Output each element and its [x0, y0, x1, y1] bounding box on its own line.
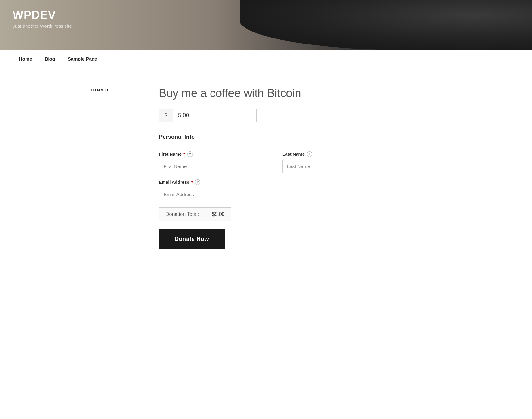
donation-total-amount: $5.00 [205, 207, 231, 221]
nav-link-home[interactable]: Home [13, 50, 38, 67]
first-name-required-star: * [183, 152, 185, 157]
personal-info-heading: Personal Info [159, 134, 398, 145]
donation-total-label: Donation Total: [159, 207, 205, 221]
currency-symbol: $ [159, 109, 173, 122]
email-input[interactable] [159, 188, 398, 201]
donation-total-row: Donation Total: $5.00 [159, 207, 231, 221]
last-name-label-text: Last Name [282, 152, 305, 157]
first-name-help-icon[interactable]: ? [187, 151, 193, 157]
donate-form-main: Buy me a coffee with Bitcoin $ Personal … [159, 86, 398, 249]
last-name-help-icon[interactable]: ? [307, 151, 312, 157]
site-tagline: Just another WordPress site [13, 23, 72, 29]
email-label: Email Address * ? [159, 179, 398, 185]
page-content: DONATE Buy me a coffee with Bitcoin $ Pe… [77, 67, 455, 275]
sidebar: DONATE [90, 86, 134, 249]
first-name-label-text: First Name [159, 152, 182, 157]
last-name-input[interactable] [282, 160, 398, 173]
amount-row: $ [159, 109, 241, 122]
nav-item-sample-page[interactable]: Sample Page [61, 50, 103, 67]
donate-now-button[interactable]: Donate Now [159, 229, 225, 249]
last-name-group: Last Name ? [282, 151, 398, 173]
donate-now-label: Donate Now [175, 236, 209, 242]
site-branding: WPDEV Just another WordPress site [13, 9, 72, 29]
donate-title: Buy me a coffee with Bitcoin [159, 86, 398, 100]
nav-link-blog[interactable]: Blog [38, 50, 61, 67]
first-name-group: First Name * ? [159, 151, 275, 173]
email-required-star: * [191, 180, 193, 185]
nav-item-blog[interactable]: Blog [38, 50, 61, 67]
first-name-label: First Name * ? [159, 151, 275, 157]
site-title: WPDEV [13, 9, 72, 21]
last-name-label: Last Name ? [282, 151, 398, 157]
sidebar-donate-label: DONATE [90, 86, 134, 92]
amount-input[interactable] [173, 109, 257, 122]
email-row: Email Address * ? [159, 179, 398, 201]
email-label-text: Email Address [159, 180, 189, 185]
nav-item-home[interactable]: Home [13, 50, 38, 67]
site-header: WPDEV Just another WordPress site [0, 0, 532, 50]
email-group: Email Address * ? [159, 179, 398, 201]
nav-link-sample-page[interactable]: Sample Page [61, 50, 103, 67]
name-row: First Name * ? Last Name ? [159, 151, 398, 173]
email-help-icon[interactable]: ? [195, 179, 200, 185]
first-name-input[interactable] [159, 160, 275, 173]
site-nav: Home Blog Sample Page [0, 50, 532, 67]
nav-list: Home Blog Sample Page [13, 50, 519, 67]
